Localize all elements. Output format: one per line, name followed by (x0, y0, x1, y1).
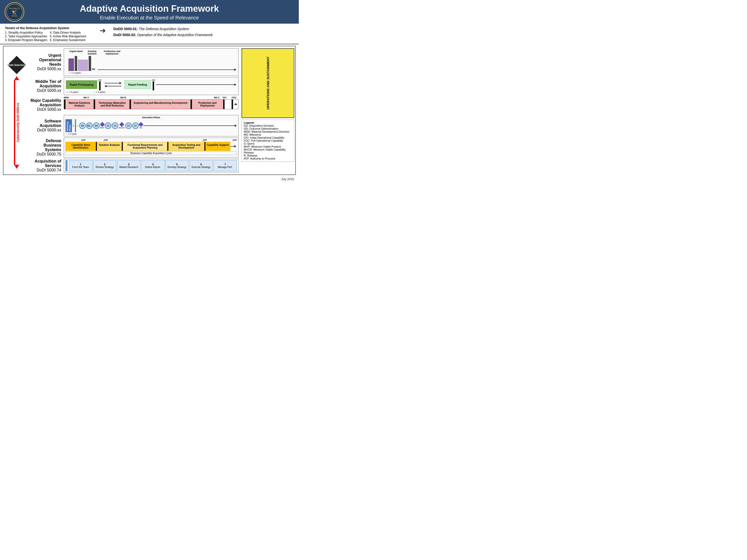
od-label-2: OD (152, 79, 155, 81)
urgent-bar-1 (69, 58, 74, 71)
urgent-bars: DD (66, 56, 236, 71)
planning-phase-box: Planning Phase (66, 119, 72, 132)
dbs-atd: Acquisition Testing and Development (168, 142, 204, 151)
sw-phase-1: 1 (76, 125, 78, 127)
rapid-prototyping-box: Rapid Prototyping (66, 80, 97, 89)
urgent-label: Urgent Operational Needs DoDI 5000.xx (29, 48, 64, 76)
svc-5-num: 5 (176, 163, 178, 166)
right-arrow: ➜ (100, 26, 106, 35)
dod-seal: DEPARTMENT OF DEFENSE 🦅 (4, 2, 24, 22)
legend-mvp: MVP: Minimum Viable Product (244, 145, 292, 148)
od-marker-1: OD (98, 79, 102, 90)
legend-r: R: Release (244, 154, 292, 157)
software-label: Software Acquisition DoDI 5000.xx (29, 115, 64, 136)
svc-step-4: 4 Define Rqmts. (141, 160, 164, 171)
mt-duration-2: ↔ < 5 years (93, 91, 105, 93)
software-phases: Planning Phase 0 1 S1 S2... Sn (66, 119, 237, 132)
software-title: Software Acquisition (29, 119, 61, 128)
tenet-6: 6. Emphasize Sustainment (50, 38, 92, 42)
svc-1-num: 1 (80, 163, 81, 166)
ms-ioc: IOC (220, 96, 230, 99)
od-label-1: OD (98, 79, 102, 81)
od-bar-2 (153, 81, 154, 90)
bcac-label: Business Capability Acquisition Cycle (66, 151, 237, 155)
tmrr-phase: Technology Maturation and Risk Reduction (95, 100, 129, 109)
sprint-s1: S1 (79, 123, 86, 129)
svc-1-label: Form the Team (72, 166, 89, 168)
field-ops-arrowhead-icon (234, 83, 236, 86)
middle-tier-content: Rapid Prototyping OD (64, 77, 238, 95)
dodd-label: DoDD 5000.01: (113, 27, 138, 31)
dbs-arrow (230, 142, 237, 151)
urgent-arrow-head-icon (234, 69, 236, 71)
dodi-label: DoDI 5000.02: (113, 33, 136, 37)
dbs-content: ATP ATP ATP ATP Capability Need Identifi… (64, 138, 238, 158)
dbs-frap: Functional Requirements and Acquisition … (123, 142, 167, 151)
urgent-arrow-right (98, 69, 236, 71)
svc-2-label: Review Strategy (96, 166, 114, 168)
urgent-duration: ↔ < 2 years (66, 72, 236, 74)
sw-phase-0: 0 (73, 125, 74, 127)
ioc-bar (223, 100, 225, 109)
major-capability-row: Major Capability Acquisition DoDI 5000.x… (29, 96, 238, 114)
footer-date: July 2019 (0, 177, 299, 183)
legend-title: Legend: (244, 121, 255, 124)
svc-step-6: 6 Execute Strategy (189, 160, 213, 171)
middle-tier-durations: ↔ < 5 years ↔ < 5 years (66, 91, 236, 93)
svg-text:🦅: 🦅 (11, 8, 18, 15)
mca-phases: Material Solutions Analysis Technology M… (64, 99, 238, 109)
svc-4-num: 4 (152, 163, 154, 166)
dbs-cni: Capability Need Identification (66, 142, 96, 151)
sw-arrow-right (143, 125, 237, 127)
svc-7-num: 7 (224, 163, 226, 166)
middle-tier-title: Middle Tier of Acquisition (29, 79, 61, 88)
software-row: Software Acquisition DoDI 5000.xx Execut… (29, 115, 238, 136)
arrow-head-left-icon (105, 85, 107, 87)
svc-step-1: 1 Form the Team (69, 160, 93, 171)
path-selection-label: Path Selection (7, 56, 26, 74)
cybersecurity-arrow: Cybersecurity DoDI 5000.xx (14, 76, 20, 172)
dbs-label: Defense Business Systems DoDI 5000.75 (29, 138, 64, 158)
field-to-ops-arrow (156, 83, 236, 86)
urgent-line (98, 70, 234, 70)
sprint-sn-3: Sn (112, 123, 118, 129)
sw-arrowhead-icon (235, 125, 237, 127)
emd-phase: Engineering and Manufacturing Developmen… (131, 100, 190, 109)
od-marker-2: OD (152, 79, 155, 90)
major-capability-title: Major Capability Acquisition (29, 98, 61, 107)
pd-phase: Production and Deployment (192, 100, 223, 109)
mvp-container: MVP (100, 123, 104, 129)
svc-blue-bar (66, 160, 68, 171)
sprint-s2: S2... (86, 123, 93, 129)
tenets-left: Tenets of the Defense Acquisition System… (5, 26, 92, 42)
main-diagram: Path Selection Cybersecurity DoDI 5000.x… (3, 46, 296, 175)
software-dodi: DoDI 5000.xx (29, 128, 61, 132)
msa-phase: Material Solutions Analysis (66, 100, 94, 109)
svc-2-num: 2 (104, 163, 106, 166)
tenet-5: 5. Active Risk Management (50, 34, 92, 38)
atp-3: ATP (108, 139, 207, 141)
urgent-dodi: DoDI 5000.xx (29, 67, 61, 71)
mvcr-diamond (119, 122, 124, 127)
arrow-line-2 (107, 86, 122, 86)
legend-foc: FOC: Full Operational Capability (244, 139, 292, 142)
urgent-row: Urgent Operational Needs DoDI 5000.xx Ur… (29, 48, 238, 76)
svc-6-num: 6 (201, 163, 202, 166)
cyber-arrow-down-icon (14, 165, 19, 169)
tenet-1: 1. Simplify Acquisition Policy (5, 31, 47, 34)
services-row: Acquisition of Services DoDI 5000.74 1 F… (29, 159, 238, 172)
atp-4: ATP (207, 139, 237, 141)
dd-label: DD (92, 68, 95, 71)
tenet-2: 2. Tailor Acquisition Approaches (5, 34, 47, 38)
tenet-3: 3. Empower Program Managers (5, 38, 47, 42)
col-develop-solution: Develop Solution (83, 50, 101, 55)
services-steps: 1 Form the Team 2 Review Strategy 3 Mark… (68, 160, 237, 171)
ms-mdd: MDD (64, 96, 76, 99)
dbs-row: Defense Business Systems DoDI 5000.75 AT… (29, 138, 238, 158)
major-capability-label: Major Capability Acquisition DoDI 5000.x… (29, 96, 64, 114)
urgent-title: Urgent Operational Needs (29, 53, 61, 67)
svc-3-num: 3 (128, 163, 130, 166)
mt-duration-1: ↔ < 5 years (66, 91, 78, 93)
cybersecurity-label: Cybersecurity DoDI 5000.xx (16, 103, 20, 142)
main-subtitle: Enable Execution at the Speed of Relevan… (2, 15, 296, 21)
